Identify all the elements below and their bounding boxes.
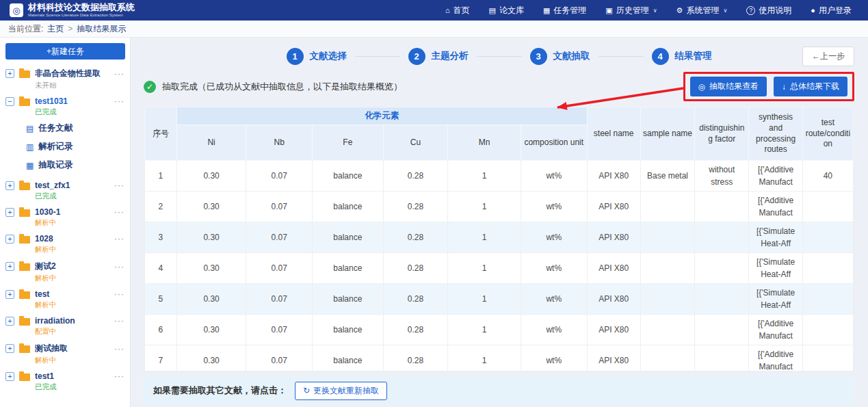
task-row[interactable]: +test1···: [5, 371, 124, 381]
step-1: 1文献选择: [287, 48, 347, 65]
table-cell: 0.07: [246, 192, 313, 222]
results-table-container[interactable]: 序号化学元素steel namesample namedistinguishin…: [144, 106, 854, 371]
table-row: 20.300.07balance0.281wt%API X80[{'Additi…: [145, 192, 854, 222]
more-options-icon[interactable]: ···: [114, 207, 124, 217]
column-header: distinguishing factor: [695, 107, 749, 161]
task-documents-icon: ▤: [26, 124, 34, 133]
table-cell: [802, 222, 853, 253]
table-cell: [640, 284, 694, 315]
expand-toggle-icon[interactable]: +: [5, 290, 14, 299]
expand-toggle-icon[interactable]: +: [5, 181, 14, 190]
table-cell: [640, 253, 694, 284]
nav-item-history[interactable]: ▣历史管理∨: [605, 5, 657, 16]
task-status-badge: 解析中: [35, 356, 124, 365]
table-cell: [{'Additive Manufact: [749, 192, 802, 222]
table-cell: balance: [313, 284, 384, 315]
top-navbar: ◎ 材料科技论文数据抽取系统 Materials Science Literat…: [0, 0, 868, 21]
nav-item-label: 用户登录: [819, 5, 852, 16]
header-row-1: 序号化学元素steel namesample namedistinguishin…: [145, 107, 854, 125]
table-cell: balance: [313, 345, 384, 372]
table-cell: API X80: [587, 253, 640, 284]
expand-toggle-icon[interactable]: +: [5, 372, 14, 381]
table-cell: 6: [145, 315, 177, 345]
table-cell: 0.07: [246, 284, 313, 315]
task-row[interactable]: +测试抽取···: [5, 343, 124, 354]
table-cell: 0.28: [383, 315, 448, 345]
column-header: Ni: [176, 125, 246, 161]
more-options-icon[interactable]: ···: [114, 371, 124, 381]
table-cell: [695, 192, 749, 222]
table-cell: balance: [313, 222, 384, 253]
column-header-index: 序号: [145, 107, 177, 161]
nav-item-user[interactable]: ●用户登录: [811, 5, 852, 16]
previous-step-button[interactable]: ←上一步: [802, 47, 854, 66]
task-row[interactable]: −test1031···: [5, 96, 124, 106]
expand-toggle-icon[interactable]: +: [5, 208, 14, 217]
task-row[interactable]: +test···: [5, 289, 124, 299]
sidebar-task: −test1031···已完成▤任务文献▥解析记录▦抽取记录: [0, 92, 130, 176]
sidebar-task: +1030-1···解析中: [0, 203, 130, 230]
table-cell: [{'Simulate Heat-Aff: [749, 284, 802, 315]
more-options-icon[interactable]: ···: [114, 289, 124, 299]
column-group-chemical-elements: 化学元素: [176, 107, 587, 125]
nav-item-help[interactable]: ?使用说明: [746, 5, 791, 16]
expand-toggle-icon[interactable]: +: [5, 317, 14, 326]
more-options-icon[interactable]: ···: [114, 262, 124, 272]
table-cell: 1: [145, 161, 177, 192]
step-number: 2: [408, 48, 425, 65]
sidebar-item-task-documents[interactable]: ▤任务文献: [26, 119, 124, 137]
paper-library-icon: ▤: [489, 7, 496, 14]
task-status-badge: 未开始: [35, 81, 124, 90]
nav-item-home[interactable]: ⌂首页: [445, 5, 470, 16]
column-header: Nb: [246, 125, 313, 161]
expand-toggle-icon[interactable]: −: [5, 97, 14, 106]
expand-toggle-icon[interactable]: +: [5, 344, 14, 353]
table-cell: balance: [313, 315, 384, 345]
expand-toggle-icon[interactable]: +: [5, 69, 14, 78]
table-cell: 0.28: [383, 253, 448, 284]
task-name: test_zfx1: [35, 181, 109, 190]
table-cell: 0.30: [176, 315, 246, 345]
task-row[interactable]: +irradiation···: [5, 316, 124, 326]
table-cell: [802, 284, 853, 315]
main-content: 1文献选择2主题分析3文献抽取4结果管理 ←上一步 ✓ 抽取完成（已成功从文献中…: [131, 38, 868, 407]
table-cell: API X80: [587, 284, 640, 315]
more-options-icon[interactable]: ···: [114, 316, 124, 326]
view-extraction-results-button[interactable]: ◎抽取结果查看: [690, 77, 767, 96]
task-row[interactable]: +1028···: [5, 234, 124, 244]
more-options-icon[interactable]: ···: [114, 69, 124, 79]
app-title-block: 材料科技论文数据抽取系统 Materials Science Literatur…: [28, 3, 135, 18]
settings-gear-icon: ⚙: [676, 7, 683, 14]
new-task-button[interactable]: +新建任务: [5, 43, 125, 60]
breadcrumb-prefix: 当前位置:: [8, 23, 43, 35]
task-name: test1: [35, 371, 109, 381]
table-cell: 1: [448, 192, 521, 222]
more-options-icon[interactable]: ···: [114, 96, 124, 106]
expand-toggle-icon[interactable]: +: [5, 262, 14, 271]
table-cell: [802, 253, 853, 284]
table-cell: wt%: [521, 345, 587, 372]
more-options-icon[interactable]: ···: [114, 344, 124, 354]
more-options-icon[interactable]: ···: [114, 234, 124, 244]
download-overall-results-button[interactable]: ↓总体结果下载: [774, 77, 847, 96]
task-row[interactable]: +非晶合金物性提取···: [5, 68, 124, 79]
task-row[interactable]: +1030-1···: [5, 207, 124, 217]
task-row[interactable]: +test_zfx1···: [5, 181, 124, 190]
table-row: 60.300.07balance0.281wt%API X80[{'Additi…: [145, 315, 854, 345]
breadcrumb-home-link[interactable]: 主页: [47, 23, 64, 35]
nav-item-task-manage[interactable]: ▦任务管理: [543, 5, 586, 16]
more-options-icon[interactable]: ···: [114, 181, 124, 190]
table-cell: 0.30: [176, 192, 246, 222]
table-cell: balance: [313, 192, 384, 222]
sidebar-item-extract-records[interactable]: ▦抽取记录: [26, 156, 124, 174]
page-body: +新建任务 +非晶合金物性提取···未开始−test1031···已完成▤任务文…: [0, 38, 868, 407]
reextract-button[interactable]: ↻ 更换文献重新抽取: [295, 382, 387, 400]
column-header: Mn: [448, 125, 521, 161]
sidebar-item-parse-records[interactable]: ▥解析记录: [26, 137, 124, 156]
table-cell: [640, 345, 694, 372]
task-status-badge: 解析中: [35, 274, 124, 283]
nav-item-paper-library[interactable]: ▤论文库: [489, 5, 524, 16]
task-row[interactable]: +测试2···: [5, 261, 124, 272]
nav-item-settings-gear[interactable]: ⚙系统管理∨: [676, 5, 728, 16]
expand-toggle-icon[interactable]: +: [5, 235, 14, 244]
